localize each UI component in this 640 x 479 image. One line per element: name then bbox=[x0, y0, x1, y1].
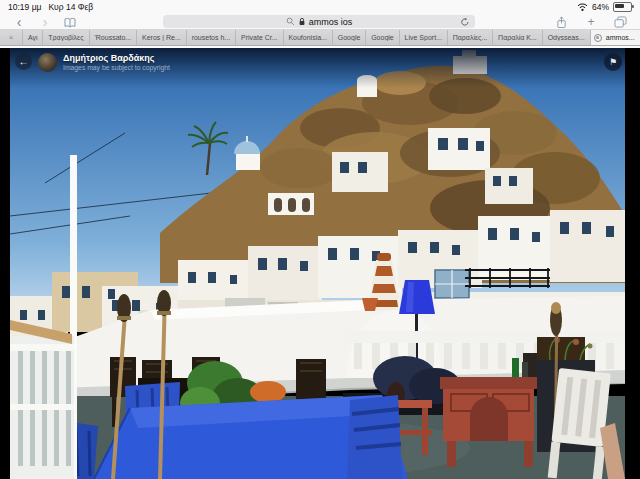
tab-favicon-icon bbox=[594, 34, 602, 42]
browser-tab[interactable]: Koufonisia... bbox=[283, 30, 332, 45]
browser-tab[interactable]: Παραλίες... bbox=[447, 30, 492, 45]
battery-icon bbox=[613, 2, 632, 12]
browser-tab[interactable]: Αγι bbox=[22, 30, 42, 45]
copyright-text: Images may be subject to copyright bbox=[63, 64, 170, 72]
new-tab-button[interactable]: + bbox=[584, 14, 598, 30]
share-icon bbox=[556, 16, 567, 29]
browser-tab[interactable]: Google bbox=[332, 30, 365, 45]
tab-label: Keros | Re... bbox=[140, 34, 183, 41]
avatar bbox=[38, 53, 57, 72]
tab-label: Τραγοβίλες bbox=[46, 34, 85, 41]
browser-tab[interactable]: Keros | Re... bbox=[136, 30, 186, 45]
date-text: Κυρ 14 Φεβ bbox=[48, 2, 93, 12]
browser-tab[interactable]: Live Sport... bbox=[399, 30, 447, 45]
tab-label: rousetos h... bbox=[190, 34, 233, 41]
forward-button[interactable]: › bbox=[38, 14, 52, 30]
browser-tab[interactable]: Google bbox=[365, 30, 398, 45]
tab-label: Koufonisia... bbox=[286, 34, 329, 41]
reload-button[interactable] bbox=[460, 17, 470, 29]
browser-tab[interactable]: Παραλία Κ... bbox=[492, 30, 542, 45]
browser-tab[interactable]: 'Roussato... bbox=[89, 30, 137, 45]
tabs-icon bbox=[614, 16, 627, 28]
reload-icon bbox=[460, 17, 470, 27]
back-button[interactable]: ‹ bbox=[12, 14, 26, 30]
tab-label: Google bbox=[336, 34, 363, 41]
plus-icon: + bbox=[587, 15, 594, 29]
viewer-header: ← Δημήτριος Βαρδάκης Images may be subje… bbox=[10, 48, 625, 88]
tabs-overview-button[interactable] bbox=[612, 14, 628, 30]
tab-label: 'Roussato... bbox=[92, 34, 133, 41]
tab-label: Παραλία Κ... bbox=[496, 34, 539, 41]
address-text: ammos ios bbox=[309, 17, 353, 27]
clock-text: 10:19 μμ bbox=[8, 2, 41, 12]
browser-tab-active[interactable]: ammos... bbox=[590, 30, 640, 45]
tab-bar: × Αγι Τραγοβίλες 'Roussato... Keros | Re… bbox=[0, 30, 640, 46]
share-button[interactable] bbox=[554, 14, 568, 30]
battery-percent: 64% bbox=[592, 2, 609, 12]
author-name[interactable]: Δημήτριος Βαρδάκης bbox=[63, 53, 170, 64]
tab-label: Αγι bbox=[26, 34, 40, 41]
status-bar: 10:19 μμ Κυρ 14 Φεβ 64% bbox=[0, 0, 640, 14]
browser-toolbar: ‹ › ammos ios bbox=[0, 14, 640, 30]
address-bar[interactable]: ammos ios bbox=[163, 15, 475, 28]
search-icon bbox=[286, 17, 295, 26]
result-photo[interactable] bbox=[10, 48, 625, 479]
blue-chair-right bbox=[347, 395, 402, 479]
flag-icon: ⚑ bbox=[609, 57, 617, 67]
wifi-icon bbox=[577, 2, 588, 12]
bookmarks-button[interactable] bbox=[62, 14, 78, 30]
browser-window: 10:19 μμ Κυρ 14 Φεβ 64% ‹ › bbox=[0, 0, 640, 479]
tab-label: Live Sport... bbox=[403, 34, 444, 41]
tab-label: Odysseas... bbox=[546, 34, 587, 41]
tab-label: Private Cr... bbox=[239, 34, 280, 41]
forward-chevron-icon: › bbox=[43, 16, 48, 28]
lock-icon bbox=[298, 17, 306, 26]
back-arrow-icon: ← bbox=[19, 57, 29, 67]
tab-label: ammos... bbox=[604, 34, 637, 41]
tab-stub[interactable]: × bbox=[0, 30, 22, 45]
book-icon bbox=[64, 17, 76, 28]
back-chevron-icon: ‹ bbox=[17, 16, 22, 28]
tab-close-icon: × bbox=[9, 33, 14, 42]
image-viewer: ← Δημήτριος Βαρδάκης Images may be subje… bbox=[0, 48, 640, 479]
viewer-back-button[interactable]: ← bbox=[15, 53, 32, 70]
flag-button[interactable]: ⚑ bbox=[604, 53, 622, 71]
browser-tab[interactable]: rousetos h... bbox=[186, 30, 235, 45]
browser-tab[interactable]: Odysseas... bbox=[542, 30, 590, 45]
browser-tab[interactable]: Τραγοβίλες bbox=[42, 30, 88, 45]
tab-label: Google bbox=[369, 34, 396, 41]
tab-label: Παραλίες... bbox=[451, 34, 490, 41]
browser-tab[interactable]: Private Cr... bbox=[235, 30, 282, 45]
